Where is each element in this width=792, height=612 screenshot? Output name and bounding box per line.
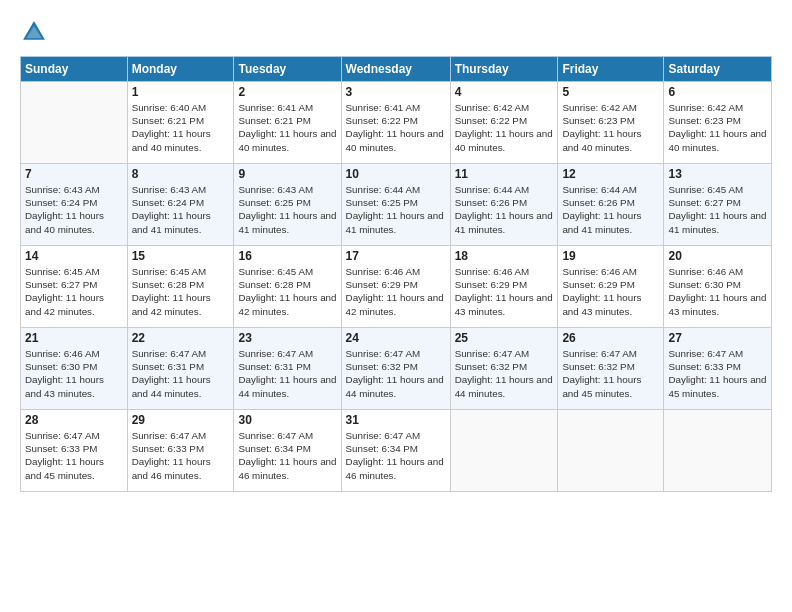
day-number: 16 bbox=[238, 249, 336, 263]
day-info: Sunrise: 6:47 AMSunset: 6:31 PMDaylight:… bbox=[132, 347, 230, 400]
col-header-monday: Monday bbox=[127, 57, 234, 82]
calendar-cell: 29Sunrise: 6:47 AMSunset: 6:33 PMDayligh… bbox=[127, 410, 234, 492]
day-number: 5 bbox=[562, 85, 659, 99]
day-number: 31 bbox=[346, 413, 446, 427]
day-number: 30 bbox=[238, 413, 336, 427]
calendar-header-row: SundayMondayTuesdayWednesdayThursdayFrid… bbox=[21, 57, 772, 82]
day-number: 3 bbox=[346, 85, 446, 99]
col-header-thursday: Thursday bbox=[450, 57, 558, 82]
day-info: Sunrise: 6:44 AMSunset: 6:25 PMDaylight:… bbox=[346, 183, 446, 236]
day-info: Sunrise: 6:46 AMSunset: 6:29 PMDaylight:… bbox=[346, 265, 446, 318]
col-header-tuesday: Tuesday bbox=[234, 57, 341, 82]
calendar-cell: 30Sunrise: 6:47 AMSunset: 6:34 PMDayligh… bbox=[234, 410, 341, 492]
calendar-cell bbox=[21, 82, 128, 164]
calendar-cell: 10Sunrise: 6:44 AMSunset: 6:25 PMDayligh… bbox=[341, 164, 450, 246]
col-header-sunday: Sunday bbox=[21, 57, 128, 82]
calendar-cell bbox=[450, 410, 558, 492]
calendar-cell: 15Sunrise: 6:45 AMSunset: 6:28 PMDayligh… bbox=[127, 246, 234, 328]
day-info: Sunrise: 6:43 AMSunset: 6:24 PMDaylight:… bbox=[25, 183, 123, 236]
week-row-1: 1Sunrise: 6:40 AMSunset: 6:21 PMDaylight… bbox=[21, 82, 772, 164]
day-info: Sunrise: 6:46 AMSunset: 6:29 PMDaylight:… bbox=[455, 265, 554, 318]
calendar-cell: 9Sunrise: 6:43 AMSunset: 6:25 PMDaylight… bbox=[234, 164, 341, 246]
calendar-cell: 26Sunrise: 6:47 AMSunset: 6:32 PMDayligh… bbox=[558, 328, 664, 410]
day-number: 15 bbox=[132, 249, 230, 263]
calendar-cell: 12Sunrise: 6:44 AMSunset: 6:26 PMDayligh… bbox=[558, 164, 664, 246]
calendar-cell: 21Sunrise: 6:46 AMSunset: 6:30 PMDayligh… bbox=[21, 328, 128, 410]
day-number: 22 bbox=[132, 331, 230, 345]
day-info: Sunrise: 6:47 AMSunset: 6:33 PMDaylight:… bbox=[132, 429, 230, 482]
day-info: Sunrise: 6:47 AMSunset: 6:34 PMDaylight:… bbox=[238, 429, 336, 482]
day-number: 19 bbox=[562, 249, 659, 263]
day-info: Sunrise: 6:43 AMSunset: 6:25 PMDaylight:… bbox=[238, 183, 336, 236]
day-number: 10 bbox=[346, 167, 446, 181]
day-info: Sunrise: 6:41 AMSunset: 6:21 PMDaylight:… bbox=[238, 101, 336, 154]
calendar-cell: 19Sunrise: 6:46 AMSunset: 6:29 PMDayligh… bbox=[558, 246, 664, 328]
calendar-cell: 14Sunrise: 6:45 AMSunset: 6:27 PMDayligh… bbox=[21, 246, 128, 328]
calendar-cell: 1Sunrise: 6:40 AMSunset: 6:21 PMDaylight… bbox=[127, 82, 234, 164]
calendar-cell: 22Sunrise: 6:47 AMSunset: 6:31 PMDayligh… bbox=[127, 328, 234, 410]
day-info: Sunrise: 6:42 AMSunset: 6:23 PMDaylight:… bbox=[668, 101, 767, 154]
day-number: 20 bbox=[668, 249, 767, 263]
week-row-3: 14Sunrise: 6:45 AMSunset: 6:27 PMDayligh… bbox=[21, 246, 772, 328]
day-info: Sunrise: 6:46 AMSunset: 6:30 PMDaylight:… bbox=[25, 347, 123, 400]
day-info: Sunrise: 6:47 AMSunset: 6:32 PMDaylight:… bbox=[346, 347, 446, 400]
day-number: 17 bbox=[346, 249, 446, 263]
calendar-cell: 13Sunrise: 6:45 AMSunset: 6:27 PMDayligh… bbox=[664, 164, 772, 246]
calendar-cell: 6Sunrise: 6:42 AMSunset: 6:23 PMDaylight… bbox=[664, 82, 772, 164]
day-number: 18 bbox=[455, 249, 554, 263]
day-info: Sunrise: 6:40 AMSunset: 6:21 PMDaylight:… bbox=[132, 101, 230, 154]
day-number: 29 bbox=[132, 413, 230, 427]
day-number: 9 bbox=[238, 167, 336, 181]
day-number: 11 bbox=[455, 167, 554, 181]
calendar-cell: 8Sunrise: 6:43 AMSunset: 6:24 PMDaylight… bbox=[127, 164, 234, 246]
day-number: 12 bbox=[562, 167, 659, 181]
day-info: Sunrise: 6:47 AMSunset: 6:34 PMDaylight:… bbox=[346, 429, 446, 482]
day-info: Sunrise: 6:45 AMSunset: 6:27 PMDaylight:… bbox=[25, 265, 123, 318]
calendar-cell: 17Sunrise: 6:46 AMSunset: 6:29 PMDayligh… bbox=[341, 246, 450, 328]
calendar-cell: 25Sunrise: 6:47 AMSunset: 6:32 PMDayligh… bbox=[450, 328, 558, 410]
calendar-cell: 11Sunrise: 6:44 AMSunset: 6:26 PMDayligh… bbox=[450, 164, 558, 246]
day-info: Sunrise: 6:42 AMSunset: 6:22 PMDaylight:… bbox=[455, 101, 554, 154]
week-row-4: 21Sunrise: 6:46 AMSunset: 6:30 PMDayligh… bbox=[21, 328, 772, 410]
calendar-cell: 31Sunrise: 6:47 AMSunset: 6:34 PMDayligh… bbox=[341, 410, 450, 492]
day-info: Sunrise: 6:46 AMSunset: 6:30 PMDaylight:… bbox=[668, 265, 767, 318]
calendar-cell: 24Sunrise: 6:47 AMSunset: 6:32 PMDayligh… bbox=[341, 328, 450, 410]
day-info: Sunrise: 6:46 AMSunset: 6:29 PMDaylight:… bbox=[562, 265, 659, 318]
day-info: Sunrise: 6:45 AMSunset: 6:28 PMDaylight:… bbox=[132, 265, 230, 318]
calendar-cell: 3Sunrise: 6:41 AMSunset: 6:22 PMDaylight… bbox=[341, 82, 450, 164]
day-number: 14 bbox=[25, 249, 123, 263]
day-number: 1 bbox=[132, 85, 230, 99]
day-info: Sunrise: 6:45 AMSunset: 6:27 PMDaylight:… bbox=[668, 183, 767, 236]
logo-icon bbox=[20, 18, 48, 46]
day-number: 25 bbox=[455, 331, 554, 345]
week-row-5: 28Sunrise: 6:47 AMSunset: 6:33 PMDayligh… bbox=[21, 410, 772, 492]
calendar-cell bbox=[558, 410, 664, 492]
day-info: Sunrise: 6:47 AMSunset: 6:31 PMDaylight:… bbox=[238, 347, 336, 400]
day-info: Sunrise: 6:42 AMSunset: 6:23 PMDaylight:… bbox=[562, 101, 659, 154]
day-info: Sunrise: 6:47 AMSunset: 6:33 PMDaylight:… bbox=[25, 429, 123, 482]
calendar-cell: 23Sunrise: 6:47 AMSunset: 6:31 PMDayligh… bbox=[234, 328, 341, 410]
calendar: SundayMondayTuesdayWednesdayThursdayFrid… bbox=[20, 56, 772, 492]
day-number: 26 bbox=[562, 331, 659, 345]
day-number: 28 bbox=[25, 413, 123, 427]
day-info: Sunrise: 6:47 AMSunset: 6:32 PMDaylight:… bbox=[562, 347, 659, 400]
day-number: 21 bbox=[25, 331, 123, 345]
calendar-cell: 16Sunrise: 6:45 AMSunset: 6:28 PMDayligh… bbox=[234, 246, 341, 328]
day-info: Sunrise: 6:41 AMSunset: 6:22 PMDaylight:… bbox=[346, 101, 446, 154]
day-info: Sunrise: 6:44 AMSunset: 6:26 PMDaylight:… bbox=[455, 183, 554, 236]
calendar-cell: 28Sunrise: 6:47 AMSunset: 6:33 PMDayligh… bbox=[21, 410, 128, 492]
col-header-wednesday: Wednesday bbox=[341, 57, 450, 82]
day-info: Sunrise: 6:44 AMSunset: 6:26 PMDaylight:… bbox=[562, 183, 659, 236]
logo bbox=[20, 18, 52, 46]
calendar-cell: 18Sunrise: 6:46 AMSunset: 6:29 PMDayligh… bbox=[450, 246, 558, 328]
day-number: 6 bbox=[668, 85, 767, 99]
week-row-2: 7Sunrise: 6:43 AMSunset: 6:24 PMDaylight… bbox=[21, 164, 772, 246]
calendar-cell bbox=[664, 410, 772, 492]
day-number: 13 bbox=[668, 167, 767, 181]
day-info: Sunrise: 6:47 AMSunset: 6:33 PMDaylight:… bbox=[668, 347, 767, 400]
day-number: 7 bbox=[25, 167, 123, 181]
day-number: 24 bbox=[346, 331, 446, 345]
day-info: Sunrise: 6:47 AMSunset: 6:32 PMDaylight:… bbox=[455, 347, 554, 400]
calendar-cell: 2Sunrise: 6:41 AMSunset: 6:21 PMDaylight… bbox=[234, 82, 341, 164]
day-number: 23 bbox=[238, 331, 336, 345]
